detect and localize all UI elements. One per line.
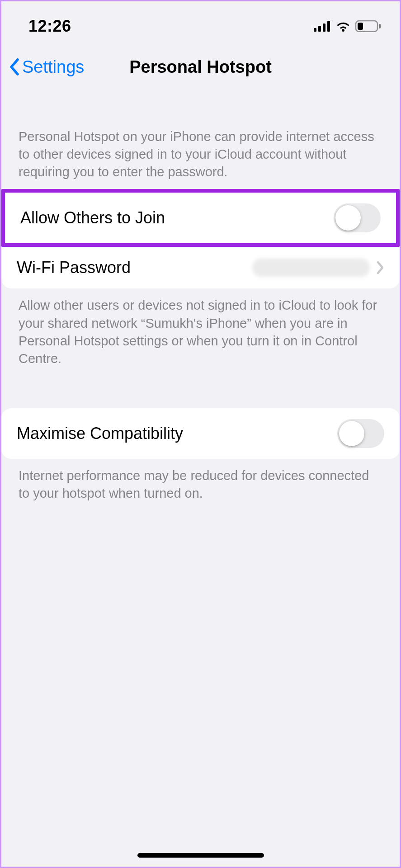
- section2-footer-text: Internet performance may be reduced for …: [1, 459, 400, 502]
- wifi-password-label: Wi-Fi Password: [17, 258, 131, 277]
- section-header-text: Personal Hotspot on your iPhone can prov…: [1, 87, 400, 189]
- maximise-compatibility-cell[interactable]: Maximise Compatibility: [1, 408, 400, 459]
- section-footer-text: Allow other users or devices not signed …: [1, 288, 400, 368]
- svg-rect-6: [379, 24, 381, 28]
- back-label: Settings: [22, 57, 84, 77]
- svg-rect-2: [323, 24, 326, 32]
- status-icons: [314, 20, 382, 32]
- chevron-right-icon: [376, 261, 384, 274]
- highlight-annotation: Allow Others to Join: [1, 189, 400, 247]
- back-button[interactable]: Settings: [9, 57, 84, 77]
- wifi-password-value-blurred: [252, 259, 370, 277]
- chevron-left-icon: [9, 58, 19, 76]
- svg-rect-5: [358, 23, 363, 30]
- home-indicator[interactable]: [137, 853, 264, 858]
- allow-others-toggle[interactable]: [334, 203, 381, 232]
- wifi-password-cell[interactable]: Wi-Fi Password: [1, 247, 400, 288]
- allow-others-to-join-cell[interactable]: Allow Others to Join: [5, 193, 396, 243]
- navigation-bar: Settings Personal Hotspot: [1, 47, 400, 87]
- toggle-knob: [335, 205, 361, 231]
- svg-rect-1: [318, 26, 321, 32]
- status-time: 12:26: [28, 17, 71, 36]
- cellular-signal-icon: [314, 21, 331, 32]
- maximise-compatibility-label: Maximise Compatibility: [17, 424, 183, 443]
- toggle-knob: [339, 421, 364, 446]
- svg-rect-0: [314, 28, 316, 32]
- page-title: Personal Hotspot: [129, 57, 272, 77]
- battery-icon: [355, 20, 382, 32]
- status-bar: 12:26: [1, 1, 400, 47]
- svg-rect-3: [327, 21, 330, 32]
- maximise-compatibility-toggle[interactable]: [337, 419, 384, 448]
- wifi-icon: [335, 21, 351, 32]
- allow-others-label: Allow Others to Join: [20, 208, 165, 227]
